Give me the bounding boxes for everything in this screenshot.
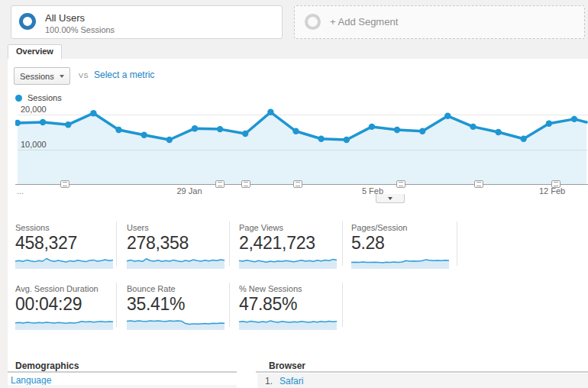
sessions-line-chart: 20,000 10,000 ...29 Jan5 Feb12 Feb xyxy=(8,103,588,210)
table-header-divider xyxy=(256,371,588,373)
card-divider xyxy=(229,221,230,266)
metric-value: 35.41% xyxy=(127,295,234,313)
metric-label: Pages/Session xyxy=(351,223,458,233)
metric-label: Bounce Rate xyxy=(127,284,234,294)
add-segment-label: + Add Segment xyxy=(330,16,398,27)
line-chart-canvas xyxy=(15,103,588,185)
empty-segment-ring-icon xyxy=(305,14,321,30)
metric-card-bounce-rate[interactable]: Bounce Rate 35.41% xyxy=(127,284,234,330)
annotation-flag-lines xyxy=(218,182,222,186)
annotation-flag-icon[interactable] xyxy=(293,180,302,188)
metric-label: Avg. Session Duration xyxy=(15,284,122,294)
metric-value: 47.85% xyxy=(239,295,346,313)
analytics-overview-page: All Users 100.00% Sessions + Add Segment… xyxy=(0,0,588,388)
annotation-flag-lines xyxy=(63,182,67,186)
metric-card-avg-session-duration[interactable]: Avg. Session Duration 00:04:29 xyxy=(15,284,122,330)
tab-bar: Overview xyxy=(0,44,588,59)
card-divider xyxy=(342,283,343,327)
sparkline xyxy=(15,315,113,330)
metric-card-sessions[interactable]: Sessions 458,327 xyxy=(15,223,122,269)
x-axis-tick-label: ... xyxy=(17,186,24,196)
chevron-down-icon xyxy=(388,197,393,200)
annotation-flag-lines xyxy=(296,182,300,186)
card-divider xyxy=(457,221,457,266)
annotation-flag-icon[interactable] xyxy=(215,180,225,188)
metric-card-pages-per-session[interactable]: Pages/Session 5.28 xyxy=(351,223,458,269)
segment-donut-icon xyxy=(19,13,36,30)
annotation-flag-lines xyxy=(477,182,481,186)
metric-label: Users xyxy=(127,223,234,233)
chart-collapse-button[interactable] xyxy=(376,194,405,203)
segment-bar: All Users 100.00% Sessions + Add Segment xyxy=(0,0,588,44)
sparkline xyxy=(127,315,225,330)
annotation-flag-lines xyxy=(244,182,248,186)
select-a-metric-link[interactable]: Select a metric xyxy=(94,70,154,80)
metric-card-users[interactable]: Users 278,358 xyxy=(127,223,234,269)
card-divider xyxy=(116,283,117,327)
table-row: 1. Safari xyxy=(257,373,588,388)
annotation-flag-icon[interactable] xyxy=(241,180,250,188)
report-content: Sessions vs Select a metric Sessions 20,… xyxy=(8,59,588,388)
row-rank: 1. xyxy=(265,376,273,386)
annotation-flag-lines xyxy=(554,182,558,186)
add-segment-button[interactable]: + Add Segment xyxy=(294,5,585,39)
card-divider xyxy=(342,221,343,266)
metric-value: 5.28 xyxy=(351,234,458,252)
y-axis-label-10000: 10,000 xyxy=(21,140,47,149)
sparkline xyxy=(127,254,225,269)
vs-label: vs xyxy=(79,72,89,79)
demographics-language-link[interactable]: Language xyxy=(11,375,51,386)
card-divider xyxy=(116,221,117,266)
metric-card-page-views[interactable]: Page Views 2,421,723 xyxy=(239,223,346,269)
metric-value: 00:04:29 xyxy=(15,295,122,313)
table-header-divider xyxy=(8,371,237,373)
sparkline xyxy=(15,254,113,269)
metric-label: Page Views xyxy=(239,223,346,233)
browser-table-header: Browser xyxy=(269,361,305,371)
metric-card-row-1: Sessions 458,327 Users 278,358 Page View… xyxy=(8,223,588,270)
chart-legend: Sessions xyxy=(15,93,62,102)
metric-value: 278,358 xyxy=(127,234,234,252)
legend-series-label: Sessions xyxy=(27,93,62,102)
annotation-flag-icon[interactable] xyxy=(474,180,483,188)
x-axis-tick-label: 29 Jan xyxy=(176,186,202,196)
annotation-flag-icon[interactable] xyxy=(551,180,561,188)
segment-title: All Users xyxy=(45,12,85,24)
y-axis-label-20000: 20,000 xyxy=(21,105,47,114)
sparkline xyxy=(239,254,337,269)
metric-label: Sessions xyxy=(15,223,122,233)
metric-selector-dropdown[interactable]: Sessions xyxy=(14,67,70,85)
metric-label: % New Sessions xyxy=(239,284,346,294)
demographics-table-header: Demographics xyxy=(15,361,79,371)
metric-selector-value: Sessions xyxy=(20,72,54,81)
metric-card-new-sessions[interactable]: % New Sessions 47.85% xyxy=(239,284,346,330)
sparkline xyxy=(351,254,449,269)
sparkline xyxy=(239,315,337,330)
annotation-flag-icon[interactable] xyxy=(60,180,69,188)
metric-value: 458,327 xyxy=(15,234,122,252)
tab-overview[interactable]: Overview xyxy=(8,44,62,59)
metric-value: 2,421,723 xyxy=(239,234,346,252)
chevron-down-icon xyxy=(60,75,64,78)
annotation-flag-icon[interactable] xyxy=(396,180,405,188)
table-row-stripe xyxy=(8,385,237,388)
segment-subtitle: 100.00% Sessions xyxy=(45,25,115,34)
legend-dot-icon xyxy=(15,95,22,102)
browser-safari-link[interactable]: Safari xyxy=(279,376,303,386)
card-divider xyxy=(229,283,230,327)
annotation-flag-lines xyxy=(399,182,403,186)
segment-card-all-users[interactable]: All Users 100.00% Sessions xyxy=(11,5,283,39)
metric-card-row-2: Avg. Session Duration 00:04:29 Bounce Ra… xyxy=(8,284,588,331)
